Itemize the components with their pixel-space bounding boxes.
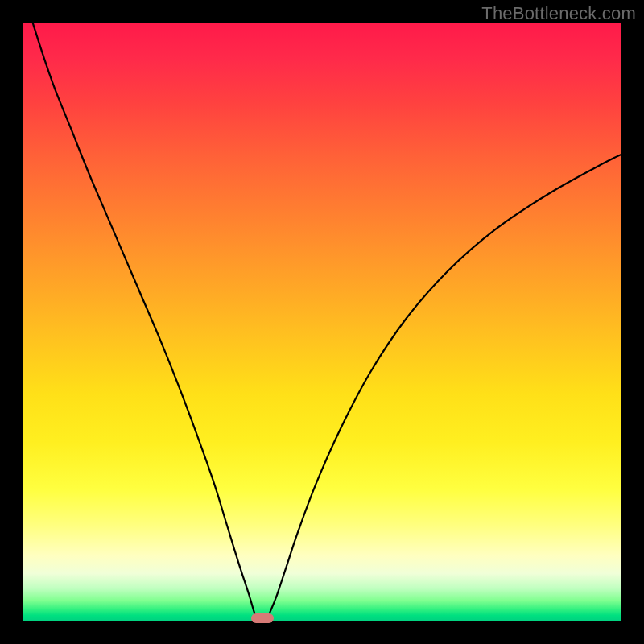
watermark-text: TheBottleneck.com (481, 3, 636, 24)
minimum-marker (251, 613, 274, 623)
curve-right-branch (266, 155, 621, 621)
curve-svg (23, 23, 621, 621)
curve-left-branch (23, 23, 258, 621)
chart-frame: TheBottleneck.com (0, 0, 644, 644)
plot-area (23, 23, 621, 621)
